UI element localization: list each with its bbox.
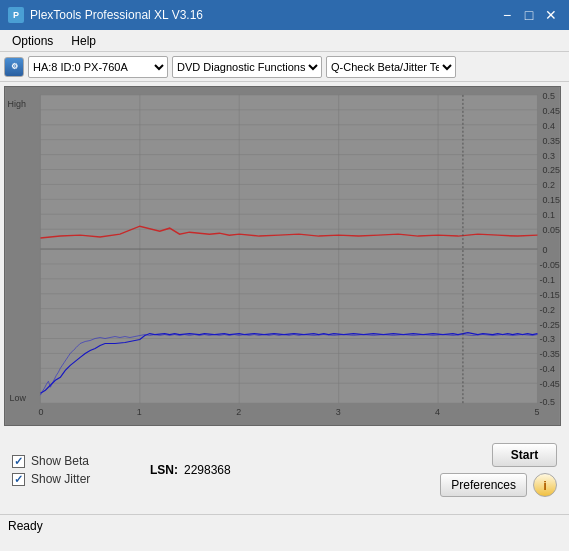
lsn-label: LSN: — [150, 463, 178, 477]
chart-container: 0.5 0.45 0.4 0.35 0.3 0.25 0.2 0.15 0.1 … — [4, 86, 561, 426]
svg-text:3: 3 — [336, 407, 341, 417]
title-bar-left: P PlexTools Professional XL V3.16 — [8, 7, 203, 23]
show-beta-check: ✓ — [14, 455, 23, 468]
show-jitter-check: ✓ — [14, 473, 23, 486]
preferences-button[interactable]: Preferences — [440, 473, 527, 497]
show-jitter-checkbox[interactable]: ✓ — [12, 473, 25, 486]
svg-text:4: 4 — [435, 407, 440, 417]
svg-text:0.5: 0.5 — [542, 91, 554, 101]
start-button[interactable]: Start — [492, 443, 557, 467]
device-select[interactable]: HA:8 ID:0 PX-760A — [28, 56, 168, 78]
right-buttons: Start Preferences i — [440, 443, 557, 497]
main-content: 0.5 0.45 0.4 0.35 0.3 0.25 0.2 0.15 0.1 … — [0, 82, 569, 514]
svg-text:Low: Low — [10, 393, 27, 403]
show-beta-label: Show Beta — [31, 454, 89, 468]
svg-text:0: 0 — [38, 407, 43, 417]
test-select[interactable]: Q-Check Beta/Jitter Test — [326, 56, 456, 78]
svg-text:0.4: 0.4 — [542, 121, 554, 131]
svg-text:0.45: 0.45 — [542, 106, 559, 116]
lsn-area: LSN: 2298368 — [130, 463, 432, 477]
svg-text:High: High — [8, 99, 26, 109]
menu-bar: Options Help — [0, 30, 569, 52]
show-beta-checkbox[interactable]: ✓ — [12, 455, 25, 468]
app-icon: P — [8, 7, 24, 23]
svg-text:-0.3: -0.3 — [539, 334, 554, 344]
title-controls: − □ ✕ — [497, 5, 561, 25]
svg-text:-0.45: -0.45 — [539, 379, 559, 389]
chart-svg: 0.5 0.45 0.4 0.35 0.3 0.25 0.2 0.15 0.1 … — [5, 87, 560, 425]
minimize-button[interactable]: − — [497, 5, 517, 25]
info-button[interactable]: i — [533, 473, 557, 497]
toolbar-icon-btn[interactable]: ⚙ — [4, 57, 24, 77]
menu-options[interactable]: Options — [4, 32, 61, 50]
lsn-value: 2298368 — [184, 463, 231, 477]
svg-text:0: 0 — [542, 245, 547, 255]
show-beta-row: ✓ Show Beta — [12, 454, 122, 468]
bottom-right-row: Preferences i — [440, 473, 557, 497]
svg-text:0.2: 0.2 — [542, 180, 554, 190]
title-bar: P PlexTools Professional XL V3.16 − □ ✕ — [0, 0, 569, 30]
status-bar: Ready — [0, 514, 569, 536]
svg-text:0.25: 0.25 — [542, 165, 559, 175]
svg-text:-0.4: -0.4 — [539, 364, 554, 374]
bottom-panel: ✓ Show Beta ✓ Show Jitter LSN: 2298368 S… — [4, 430, 565, 510]
menu-help[interactable]: Help — [63, 32, 104, 50]
svg-text:0.35: 0.35 — [542, 136, 559, 146]
show-jitter-label: Show Jitter — [31, 472, 90, 486]
svg-text:-0.2: -0.2 — [539, 305, 554, 315]
maximize-button[interactable]: □ — [519, 5, 539, 25]
svg-text:-0.05: -0.05 — [539, 260, 559, 270]
svg-text:-0.5: -0.5 — [539, 397, 554, 407]
toolbar: ⚙ HA:8 ID:0 PX-760A DVD Diagnostic Funct… — [0, 52, 569, 82]
svg-text:5: 5 — [535, 407, 540, 417]
svg-text:0.05: 0.05 — [542, 225, 559, 235]
status-text: Ready — [8, 519, 43, 533]
svg-text:0.15: 0.15 — [542, 195, 559, 205]
close-button[interactable]: ✕ — [541, 5, 561, 25]
window-title: PlexTools Professional XL V3.16 — [30, 8, 203, 22]
svg-text:0.3: 0.3 — [542, 151, 554, 161]
function-select[interactable]: DVD Diagnostic Functions — [172, 56, 322, 78]
svg-text:-0.25: -0.25 — [539, 320, 559, 330]
checkboxes-area: ✓ Show Beta ✓ Show Jitter — [12, 454, 122, 486]
svg-text:0.1: 0.1 — [542, 210, 554, 220]
svg-text:-0.1: -0.1 — [539, 275, 554, 285]
show-jitter-row: ✓ Show Jitter — [12, 472, 122, 486]
svg-text:-0.15: -0.15 — [539, 290, 559, 300]
svg-text:1: 1 — [137, 407, 142, 417]
svg-text:-0.35: -0.35 — [539, 349, 559, 359]
svg-text:2: 2 — [236, 407, 241, 417]
